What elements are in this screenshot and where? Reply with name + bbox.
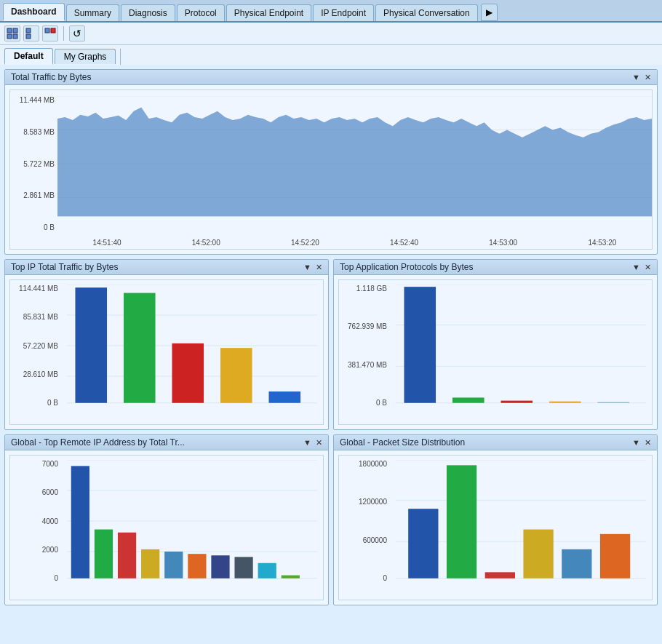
panel-top-app-dropdown[interactable]: ▼: [632, 263, 640, 271]
total-traffic-svg: [57, 96, 652, 231]
panel-top-remote-ip: Global - Top Remote IP Address by Total …: [4, 434, 329, 605]
svg-rect-53: [485, 572, 515, 578]
panel-packet-size-dropdown[interactable]: ▼: [632, 438, 640, 447]
top-app-bars-svg: [396, 285, 646, 407]
svg-rect-37: [71, 466, 89, 578]
panel-packet-size-title: Global - Packet Size Distribution: [340, 437, 465, 448]
add-graph-button[interactable]: [4, 25, 20, 41]
panel-packet-size-controls: ▼ ✕: [632, 438, 651, 448]
panel-top-remote-ip-body: 7000 6000 4000 2000 0: [5, 450, 328, 605]
svg-rect-5: [26, 34, 31, 39]
panel-top-ip: Top IP Total Traffic by Bytes ▼ ✕ 114.44…: [4, 259, 329, 430]
toolbar: ↺: [0, 23, 662, 45]
svg-rect-42: [188, 554, 206, 579]
svg-rect-56: [600, 534, 630, 579]
panel-top-remote-ip-title: Global - Top Remote IP Address by Total …: [11, 437, 185, 448]
panel-top-remote-ip-close[interactable]: ✕: [316, 438, 322, 448]
svg-rect-39: [118, 533, 136, 579]
svg-rect-2: [7, 34, 12, 39]
svg-rect-21: [220, 348, 252, 403]
panel-total-traffic-header: Total Traffic by Bytes ▼ ✕: [5, 70, 657, 85]
top-remote-ip-y-axis: 7000 6000 4000 2000 0: [10, 456, 61, 600]
svg-rect-38: [95, 530, 113, 579]
panel-total-traffic-controls: ▼ ✕: [632, 73, 651, 82]
main-content: Total Traffic by Bytes ▼ ✕ 11.444 MB 8.5…: [0, 65, 662, 644]
svg-rect-20: [172, 343, 204, 403]
subtab-default[interactable]: Default: [4, 48, 53, 65]
svg-rect-4: [26, 28, 31, 33]
refresh-button[interactable]: ↺: [69, 25, 85, 41]
panel-packet-size-header: Global - Packet Size Distribution ▼ ✕: [334, 435, 657, 450]
svg-rect-30: [549, 402, 581, 403]
panel-top-app-controls: ▼ ✕: [632, 263, 651, 272]
tab-ip-endpoint[interactable]: IP Endpoint: [313, 4, 374, 21]
panel-total-traffic-close[interactable]: ✕: [645, 73, 651, 82]
remove-graph-button[interactable]: [23, 25, 39, 41]
svg-rect-44: [234, 557, 252, 578]
tab-scroll-right[interactable]: ▶: [481, 4, 498, 21]
top-app-chart: 1.118 GB 762.939 MB 381.470 MB 0 B: [338, 279, 653, 425]
panel-top-remote-ip-header: Global - Top Remote IP Address by Total …: [5, 435, 328, 450]
total-traffic-x-axis: 14:51:40 14:52:00 14:52:20 14:52:40 14:5…: [57, 234, 652, 249]
packet-size-y-axis: 1800000 1200000 600000 0: [339, 456, 390, 600]
panel-top-ip-body: 114.441 MB 85.831 MB 57.220 MB 28.610 MB…: [5, 275, 328, 429]
panel-top-ip-close[interactable]: ✕: [316, 263, 322, 272]
svg-rect-43: [211, 555, 229, 579]
subtab-separator: [120, 49, 121, 65]
svg-rect-6: [45, 28, 49, 33]
svg-rect-27: [404, 287, 436, 403]
svg-rect-28: [452, 397, 484, 402]
panel-top-app-body: 1.118 GB 762.939 MB 381.470 MB 0 B: [334, 275, 657, 429]
row-3: Global - Top Remote IP Address by Total …: [4, 434, 658, 610]
tab-dashboard[interactable]: Dashboard: [3, 3, 65, 21]
panel-top-ip-title: Top IP Total Traffic by Bytes: [11, 262, 118, 272]
svg-rect-55: [562, 549, 591, 579]
panel-packet-size-body: 1800000 1200000 600000 0: [334, 450, 657, 605]
top-app-y-axis: 1.118 GB 762.939 MB 381.470 MB 0 B: [339, 280, 390, 424]
svg-rect-45: [258, 563, 276, 579]
svg-rect-46: [282, 576, 300, 579]
total-traffic-chart: 11.444 MB 8.583 MB 5.722 MB 2.861 MB 0 B: [9, 90, 653, 250]
svg-rect-31: [597, 402, 629, 403]
svg-rect-3: [13, 34, 17, 39]
svg-rect-1: [13, 28, 17, 33]
panel-top-app-close[interactable]: ✕: [645, 263, 651, 272]
tab-protocol[interactable]: Protocol: [177, 4, 225, 21]
panel-total-traffic-body: 11.444 MB 8.583 MB 5.722 MB 2.861 MB 0 B: [5, 85, 657, 254]
packet-size-chart: 1800000 1200000 600000 0: [338, 455, 653, 600]
row-2: Top IP Total Traffic by Bytes ▼ ✕ 114.44…: [4, 259, 658, 434]
subtab-bar: Default My Graphs: [0, 45, 662, 65]
total-traffic-chart-main: 14:51:40 14:52:00 14:52:20 14:52:40 14:5…: [57, 90, 652, 249]
svg-rect-51: [408, 509, 438, 579]
top-remote-ip-chart: 7000 6000 4000 2000 0: [9, 455, 324, 600]
tab-summary[interactable]: Summary: [66, 4, 119, 21]
svg-rect-52: [447, 465, 476, 578]
svg-rect-41: [164, 552, 183, 579]
svg-rect-19: [124, 293, 156, 403]
panel-top-ip-dropdown[interactable]: ▼: [303, 263, 311, 271]
panel-top-ip-header: Top IP Total Traffic by Bytes ▼ ✕: [5, 260, 328, 275]
panel-top-app-title: Top Application Protocols by Bytes: [340, 262, 473, 272]
panel-top-app: Top Application Protocols by Bytes ▼ ✕ 1…: [333, 259, 658, 430]
top-remote-ip-bar-main: [61, 456, 323, 600]
panel-top-ip-controls: ▼ ✕: [303, 263, 322, 272]
packet-size-bar-main: [390, 456, 652, 600]
delete-button[interactable]: [42, 25, 58, 41]
panel-top-remote-ip-dropdown[interactable]: ▼: [303, 438, 311, 447]
top-remote-ip-bars-svg: [67, 460, 317, 582]
panel-total-traffic-title: Total Traffic by Bytes: [11, 72, 92, 82]
top-ip-bar-main: [61, 280, 323, 424]
tab-physical-conversation[interactable]: Physical Conversation: [375, 4, 478, 21]
svg-rect-22: [268, 391, 300, 403]
panel-total-traffic-dropdown[interactable]: ▼: [632, 73, 640, 82]
total-traffic-y-axis: 11.444 MB 8.583 MB 5.722 MB 2.861 MB 0 B: [10, 90, 57, 249]
subtab-my-graphs[interactable]: My Graphs: [55, 49, 116, 64]
svg-rect-54: [523, 530, 553, 579]
svg-rect-7: [51, 28, 55, 33]
panel-total-traffic: Total Traffic by Bytes ▼ ✕ 11.444 MB 8.5…: [4, 69, 658, 255]
tab-physical-endpoint[interactable]: Physical Endpoint: [226, 4, 311, 21]
tab-diagnosis[interactable]: Diagnosis: [121, 4, 175, 21]
tab-bar: Dashboard Summary Diagnosis Protocol Phy…: [0, 0, 662, 23]
svg-rect-40: [141, 549, 159, 579]
panel-packet-size-close[interactable]: ✕: [645, 438, 651, 448]
